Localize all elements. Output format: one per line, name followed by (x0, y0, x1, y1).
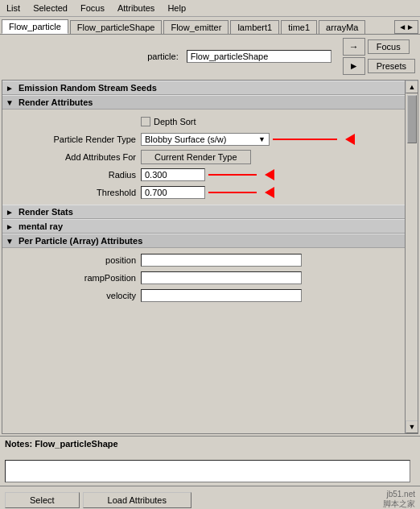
mental-ray-arrow: ► (6, 222, 15, 231)
tab-flow-emitter[interactable]: Flow_emitter (163, 20, 229, 34)
scrollbar[interactable]: ▲ ▼ (405, 81, 418, 433)
dropdown-arrow-icon: ▼ (258, 135, 266, 143)
arrow-line-3 (208, 192, 257, 193)
menu-bar: List Selected Focus Attributes Help (0, 0, 420, 17)
menu-help[interactable]: Help (164, 2, 189, 14)
velocity-row: velocity (2, 287, 405, 304)
position-value (141, 254, 400, 267)
depth-sort-checkbox[interactable] (141, 117, 150, 126)
load-attributes-button[interactable]: Load Attributes (83, 492, 191, 508)
ramp-position-value (141, 271, 400, 284)
velocity-input[interactable] (141, 289, 302, 302)
per-particle-arrow: ▼ (6, 237, 15, 246)
render-type-value: Blobby Surface (s/w) ▼ (141, 133, 400, 146)
radius-value (141, 168, 400, 181)
section-render-stats[interactable]: ► Render Stats (2, 205, 405, 219)
tab-flow-particleshape[interactable]: Flow_particleShape (70, 20, 163, 34)
ramp-position-label: rampPosition (7, 273, 136, 283)
depth-sort-value: Depth Sort (141, 117, 400, 126)
tab-flow-particle[interactable]: Flow_particle (2, 19, 68, 34)
notes-area: Notes: Flow_particleShape (0, 436, 420, 458)
tab-arrayma[interactable]: arrayMa (319, 20, 365, 34)
menu-selected[interactable]: Selected (30, 2, 71, 14)
section-render-attrs[interactable]: ▼ Render Attributes (2, 95, 405, 110)
scroll-thumb[interactable] (407, 95, 417, 143)
threshold-row: Threshold (2, 184, 405, 201)
red-arrow-1 (345, 134, 355, 145)
radius-label: Radius (7, 170, 136, 180)
render-attrs-content: Depth Sort Particle Render Type Blobby S… (2, 110, 405, 205)
render-type-row: Particle Render Type Blobby Surface (s/w… (2, 130, 405, 148)
radius-row: Radius (2, 166, 405, 184)
depth-sort-row: Depth Sort (2, 113, 405, 130)
render-type-dropdown-text: Blobby Surface (s/w) (145, 134, 226, 144)
render-attrs-title: Render Attributes (19, 97, 93, 107)
velocity-value (141, 289, 400, 302)
select-button[interactable]: Select (5, 492, 80, 508)
logo-line2: 脚本之家 (383, 499, 415, 509)
scroll-up-button[interactable]: ▲ (406, 81, 418, 93)
menu-list[interactable]: List (3, 2, 23, 14)
threshold-input[interactable] (141, 186, 205, 199)
add-attrs-row: Add Attributes For Current Render Type (2, 148, 405, 166)
render-type-label: Particle Render Type (7, 134, 136, 144)
position-input[interactable] (141, 254, 302, 267)
focus-icon-btn[interactable]: → (343, 38, 365, 56)
particle-input[interactable] (187, 50, 331, 63)
per-particle-content: position rampPosition velocity (2, 248, 405, 308)
bottom-bar: Select Load Attributes jb51.net 脚本之家 (0, 486, 420, 509)
add-attrs-value: Current Render Type (141, 150, 400, 164)
threshold-value (141, 186, 400, 199)
render-type-dropdown[interactable]: Blobby Surface (s/w) ▼ (141, 133, 270, 146)
per-particle-title: Per Particle (Array) Attributes (19, 236, 142, 246)
red-arrow-3 (265, 187, 274, 198)
depth-sort-text: Depth Sort (154, 117, 196, 126)
tab-time1[interactable]: time1 (281, 20, 317, 34)
focus-button[interactable]: Focus (368, 39, 410, 54)
particle-label: particle: (147, 52, 179, 61)
arrow-line-1 (273, 139, 337, 140)
preset-icon-btn[interactable]: ► (343, 57, 365, 75)
add-attrs-label: Add Attributes For (7, 152, 136, 162)
tab-bar: Flow_particle Flow_particleShape Flow_em… (0, 17, 420, 35)
emission-arrow: ► (6, 84, 15, 93)
scroll-down-button[interactable]: ▼ (406, 420, 418, 433)
velocity-label: velocity (7, 291, 136, 300)
section-emission[interactable]: ► Emission Random Stream Seeds (2, 81, 405, 95)
ramp-position-row: rampPosition (2, 269, 405, 287)
radius-input[interactable] (141, 168, 205, 181)
mental-ray-title: mental ray (19, 221, 63, 231)
position-row: position (2, 251, 405, 269)
position-label: position (7, 255, 136, 265)
presets-button[interactable]: Presets (368, 59, 415, 73)
tab-more-arrow[interactable]: ◄► (394, 20, 418, 34)
menu-focus[interactable]: Focus (77, 2, 108, 14)
render-attrs-arrow: ▼ (6, 98, 15, 107)
particle-row: particle: → Focus ► Presets (0, 35, 420, 78)
emission-title: Emission Random Stream Seeds (19, 83, 157, 93)
render-stats-title: Render Stats (19, 207, 73, 217)
notes-label: Notes: Flow_particleShape (5, 439, 118, 449)
tab-lambert1[interactable]: lambert1 (230, 20, 279, 34)
add-attrs-button[interactable]: Current Render Type (141, 150, 251, 164)
section-mental-ray[interactable]: ► mental ray (2, 219, 405, 234)
menu-attributes[interactable]: Attributes (114, 2, 158, 14)
threshold-label: Threshold (7, 188, 136, 197)
logo: jb51.net 脚本之家 (383, 490, 415, 509)
main-content: ► Emission Random Stream Seeds ▼ Render … (2, 80, 418, 434)
render-stats-arrow: ► (6, 208, 15, 217)
logo-line1: jb51.net (383, 490, 415, 499)
notes-input[interactable] (5, 460, 410, 482)
arrow-line-2 (208, 174, 257, 176)
section-per-particle[interactable]: ▼ Per Particle (Array) Attributes (2, 234, 405, 248)
ramp-position-input[interactable] (141, 271, 302, 284)
red-arrow-2 (265, 169, 274, 180)
